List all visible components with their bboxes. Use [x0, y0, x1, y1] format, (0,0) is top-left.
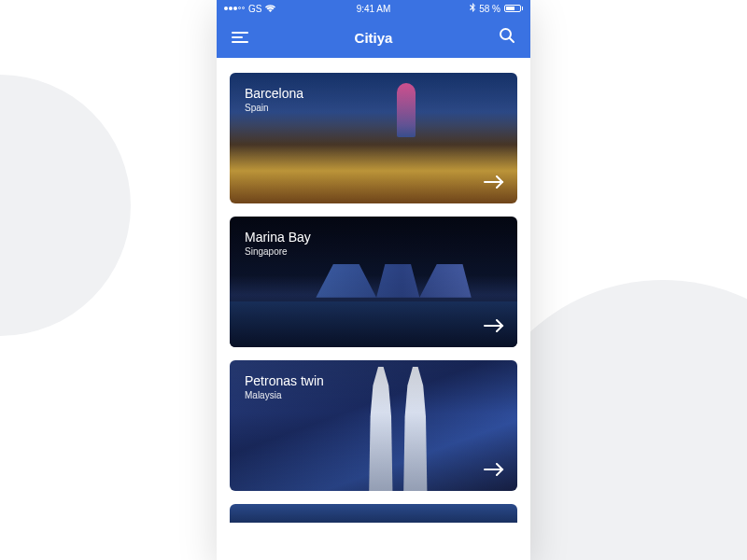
city-subtitle: Malaysia	[245, 390, 502, 400]
wifi-icon	[265, 4, 275, 14]
svg-line-1	[510, 38, 514, 42]
arrow-right-icon[interactable]	[484, 463, 504, 480]
carrier-label: GS	[248, 4, 261, 14]
app-title: Citiya	[355, 30, 393, 46]
status-time: 9:41 AM	[357, 4, 391, 14]
city-title: Petronas twin	[245, 373, 502, 388]
city-list[interactable]: Barcelona Spain Marina Bay Singapore	[217, 58, 530, 560]
menu-button[interactable]	[232, 32, 248, 43]
bluetooth-icon	[470, 3, 475, 14]
city-card-petronas[interactable]: Petronas twin Malaysia	[230, 360, 517, 491]
arrow-right-icon[interactable]	[484, 175, 504, 192]
city-title: Barcelona	[245, 86, 502, 101]
phone-frame: GS 9:41 AM 58 % Citiya	[217, 0, 530, 560]
status-bar: GS 9:41 AM 58 %	[217, 0, 530, 17]
battery-label: 58 %	[479, 4, 500, 14]
arrow-right-icon[interactable]	[484, 319, 504, 336]
signal-dots-icon	[224, 7, 245, 10]
city-title: Marina Bay	[245, 230, 502, 245]
battery-icon	[504, 5, 523, 12]
city-subtitle: Spain	[245, 103, 502, 113]
city-card-peek[interactable]	[230, 504, 517, 523]
background-circle	[0, 75, 131, 336]
city-card-marina-bay[interactable]: Marina Bay Singapore	[230, 217, 517, 347]
nav-bar: Citiya	[217, 17, 530, 58]
city-subtitle: Singapore	[245, 246, 502, 257]
search-button[interactable]	[499, 27, 515, 48]
city-card-barcelona[interactable]: Barcelona Spain	[230, 73, 517, 203]
